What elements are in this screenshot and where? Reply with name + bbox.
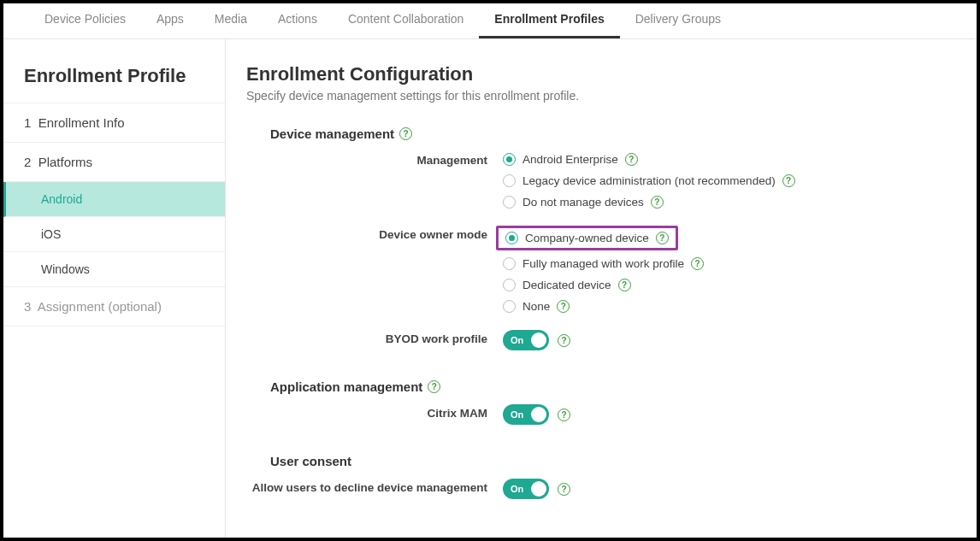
label-byod: BYOD work profile (246, 330, 503, 350)
page-title: Enrollment Configuration (246, 63, 951, 85)
substep-android[interactable]: Android (3, 182, 225, 217)
nav-enrollment-profiles[interactable]: Enrollment Profiles (479, 3, 619, 38)
section-device-management: Device management ? (270, 126, 951, 141)
label-allow-decline: Allow users to decline device management (246, 479, 503, 499)
radio-legacy-admin[interactable]: Legacy device administration (not recomm… (503, 173, 951, 189)
toggle-byod[interactable]: On (503, 330, 549, 350)
radio-fully-managed[interactable]: Fully managed with work profile ? (503, 256, 951, 272)
radio-icon (503, 257, 516, 270)
help-icon[interactable]: ? (428, 380, 440, 393)
label-device-owner-mode: Device owner mode (246, 226, 503, 315)
help-icon[interactable]: ? (782, 174, 795, 187)
help-icon[interactable]: ? (656, 232, 669, 244)
page-subtitle: Specify device management settings for t… (246, 89, 951, 103)
radio-dedicated[interactable]: Dedicated device ? (503, 277, 951, 293)
help-icon[interactable]: ? (558, 483, 570, 496)
label-citrix-mam: Citrix MAM (246, 404, 503, 425)
help-icon[interactable]: ? (399, 127, 412, 140)
step-enrollment-info[interactable]: 1 Enrollment Info (3, 103, 225, 143)
step-platforms[interactable]: 2 Platforms (3, 143, 225, 182)
radio-do-not-manage[interactable]: Do not manage devices ? (503, 194, 951, 210)
help-icon[interactable]: ? (651, 196, 664, 209)
help-icon[interactable]: ? (625, 153, 638, 166)
radio-icon (503, 174, 516, 187)
help-icon[interactable]: ? (558, 334, 570, 347)
help-icon[interactable]: ? (618, 279, 631, 291)
nav-delivery-groups[interactable]: Delivery Groups (620, 3, 736, 38)
toggle-citrix-mam[interactable]: On (503, 404, 549, 425)
radio-icon (503, 153, 516, 166)
toggle-knob-icon (531, 332, 546, 348)
help-icon[interactable]: ? (558, 409, 570, 421)
radio-android-enterprise[interactable]: Android Enterprise ? (503, 151, 951, 168)
nav-actions[interactable]: Actions (263, 3, 333, 38)
substep-ios[interactable]: iOS (3, 217, 225, 252)
label-management: Management (246, 151, 503, 210)
toggle-allow-decline[interactable]: On (503, 479, 549, 499)
section-user-consent: User consent (270, 454, 951, 468)
radio-icon (505, 232, 518, 244)
radio-icon (503, 300, 516, 313)
radio-icon (503, 279, 516, 291)
help-icon[interactable]: ? (557, 300, 570, 313)
step-assignment[interactable]: 3 Assignment (optional) (3, 287, 225, 326)
nav-apps[interactable]: Apps (141, 3, 199, 38)
help-icon[interactable]: ? (691, 257, 704, 270)
main-panel: Enrollment Configuration Specify device … (226, 39, 977, 538)
sidebar-title: Enrollment Profile (3, 56, 225, 103)
nav-content-collaboration[interactable]: Content Collaboration (333, 3, 479, 38)
radio-none[interactable]: None ? (503, 298, 951, 315)
section-application-management: Application management ? (270, 379, 951, 394)
nav-device-policies[interactable]: Device Policies (29, 3, 141, 38)
radio-icon (503, 196, 516, 209)
top-nav: Device Policies Apps Media Actions Conte… (3, 3, 977, 39)
toggle-knob-icon (531, 407, 546, 422)
nav-media[interactable]: Media (199, 3, 263, 38)
toggle-knob-icon (531, 481, 546, 497)
radio-company-owned[interactable]: Company-owned device ? (496, 226, 678, 250)
substep-windows[interactable]: Windows (3, 252, 225, 287)
sidebar: Enrollment Profile 1 Enrollment Info 2 P… (3, 39, 226, 538)
